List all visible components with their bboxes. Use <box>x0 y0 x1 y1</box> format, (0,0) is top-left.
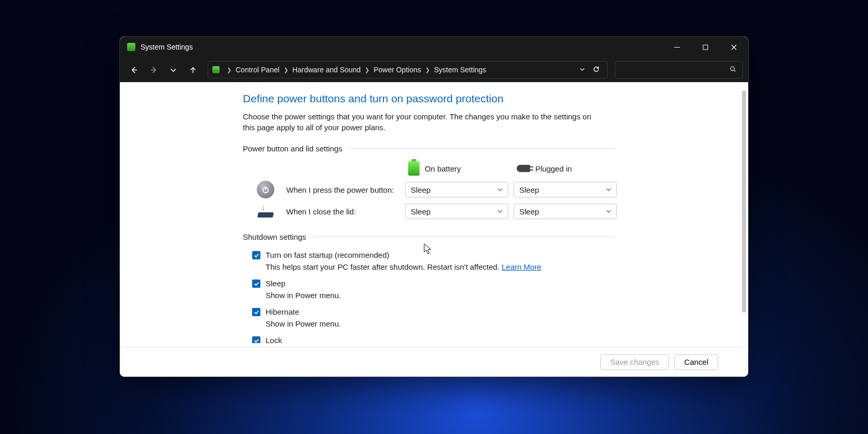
section-label-text: Shutdown settings <box>243 233 306 241</box>
cancel-button[interactable]: Cancel <box>674 354 718 370</box>
power-button-icon <box>257 181 274 198</box>
dropdown-value: Sleep <box>411 207 430 216</box>
option-label: Lock <box>266 336 282 343</box>
forward-button[interactable] <box>145 61 162 79</box>
history-dropdown-button[interactable] <box>164 61 182 79</box>
search-box[interactable] <box>615 61 743 79</box>
search-icon <box>730 65 736 74</box>
window-controls <box>663 37 748 57</box>
app-icon <box>127 43 135 51</box>
checkbox-hibernate[interactable] <box>252 308 260 316</box>
plug-icon <box>517 165 530 172</box>
control-panel-window: System Settings ❯ <box>119 36 749 377</box>
option-label: Sleep <box>266 279 285 288</box>
svg-rect-1 <box>703 45 708 50</box>
address-bar[interactable]: ❯ Control Panel ❯ Hardware and Sound ❯ P… <box>208 61 608 79</box>
close-button[interactable] <box>720 37 748 57</box>
back-button[interactable] <box>125 61 143 79</box>
checkbox-fast-startup[interactable] <box>252 251 260 259</box>
content-scroll: Define power buttons and turn on passwor… <box>120 82 748 347</box>
up-button[interactable] <box>184 61 202 79</box>
option-hibernate: Hibernate Show in Power menu. <box>252 306 615 330</box>
dropdown-value: Sleep <box>411 185 430 194</box>
checkbox-sleep[interactable] <box>252 280 260 288</box>
power-button-plugged-dropdown[interactable]: Sleep <box>514 182 617 197</box>
breadcrumb-item[interactable]: Hardware and Sound <box>292 66 361 74</box>
divider <box>349 148 615 149</box>
divider <box>313 237 615 237</box>
option-label: Turn on fast startup (recommended) <box>266 251 390 259</box>
power-settings-grid: On battery Plugged in When I press the p… <box>250 161 615 219</box>
option-description: This helps start your PC faster after sh… <box>266 262 502 271</box>
close-lid-battery-dropdown[interactable]: Sleep <box>405 204 508 219</box>
chevron-right-icon: ❯ <box>284 67 288 73</box>
breadcrumb-item[interactable]: System Settings <box>434 66 486 74</box>
titlebar: System Settings <box>120 37 748 57</box>
checkbox-lock[interactable] <box>252 336 260 343</box>
content-area: Define power buttons and turn on passwor… <box>120 82 748 347</box>
column-plugged-in: Plugged in <box>514 164 617 173</box>
option-lock: Lock <box>252 335 615 343</box>
section-power-button-lid: Power button and lid settings <box>243 144 615 153</box>
learn-more-link[interactable]: Learn More <box>502 262 541 271</box>
option-description: Show in Power menu. <box>266 290 341 302</box>
svg-line-7 <box>734 70 736 72</box>
option-fast-startup: Turn on fast startup (recommended) This … <box>252 250 615 273</box>
chevron-right-icon: ❯ <box>365 67 369 73</box>
chevron-right-icon: ❯ <box>227 67 231 73</box>
window-title: System Settings <box>141 43 193 51</box>
battery-icon <box>408 161 420 176</box>
minimize-button[interactable] <box>663 37 691 57</box>
scrollbar[interactable] <box>742 90 746 313</box>
breadcrumb-item[interactable]: Control Panel <box>236 66 280 74</box>
close-lid-plugged-dropdown[interactable]: Sleep <box>514 204 617 219</box>
maximize-button[interactable] <box>691 37 720 57</box>
section-label-text: Power button and lid settings <box>243 144 343 153</box>
footer: Save changes Cancel <box>120 347 748 377</box>
dropdown-value: Sleep <box>519 207 539 216</box>
chevron-right-icon: ❯ <box>425 67 430 73</box>
row-label-close-lid: When I close the lid: <box>286 207 400 216</box>
save-changes-button[interactable]: Save changes <box>600 354 669 370</box>
location-icon <box>212 66 220 73</box>
option-sleep: Sleep Show in Power menu. <box>252 278 615 301</box>
section-shutdown-settings: Shutdown settings <box>243 233 615 241</box>
row-label-power-button: When I press the power button: <box>286 185 400 194</box>
column-label: On battery <box>425 164 461 173</box>
breadcrumb-item[interactable]: Power Options <box>374 66 421 74</box>
address-dropdown-button[interactable] <box>579 66 585 74</box>
column-label: Plugged in <box>535 164 572 173</box>
power-button-battery-dropdown[interactable]: Sleep <box>405 182 508 197</box>
option-label: Hibernate <box>266 307 299 316</box>
chevron-down-icon <box>498 187 503 192</box>
option-description: Show in Power menu. <box>266 318 341 330</box>
chevron-down-icon <box>606 209 611 214</box>
toolbar: ❯ Control Panel ❯ Hardware and Sound ❯ P… <box>120 57 748 82</box>
refresh-button[interactable] <box>593 66 600 74</box>
lid-icon: ↓ <box>257 205 274 218</box>
svg-point-6 <box>731 67 734 70</box>
dropdown-value: Sleep <box>519 185 539 194</box>
column-on-battery: On battery <box>405 161 508 176</box>
chevron-down-icon <box>606 187 611 192</box>
page-description: Choose the power settings that you want … <box>243 111 605 133</box>
chevron-down-icon <box>498 209 503 214</box>
page-heading: Define power buttons and turn on passwor… <box>243 92 615 105</box>
